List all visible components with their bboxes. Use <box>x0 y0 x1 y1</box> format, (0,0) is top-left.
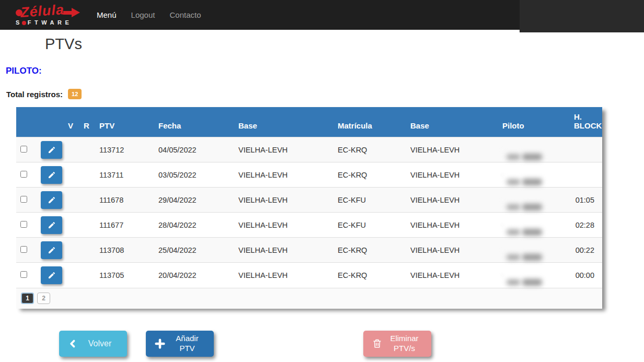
logo-brand-text: Zélula <box>20 3 65 20</box>
cell-base-llegada: VIELHA-LEVH <box>406 238 498 263</box>
volver-button[interactable]: Volver <box>59 331 127 357</box>
logo-o-dot-icon <box>22 21 26 25</box>
chevron-left-icon <box>67 338 78 349</box>
col-select <box>16 107 37 137</box>
row-select-checkbox[interactable] <box>20 146 27 153</box>
cell-base-salida: VIELHA-LEVH <box>234 137 334 162</box>
ptv-table: V R PTV Fecha Base Matrícula Base Piloto… <box>16 107 602 288</box>
logo-arrow-icon <box>72 8 80 17</box>
table-row: 113708 25/04/2022 VIELHA-LEVH EC-KRQ VIE… <box>16 238 602 263</box>
cell-fecha: 28/04/2022 <box>154 213 234 238</box>
total-registros-line: Total registros: 12 <box>6 89 644 99</box>
row-select-checkbox[interactable] <box>20 271 27 278</box>
cell-matricula: EC-KFU <box>334 213 406 238</box>
col-ptv: PTV <box>95 107 154 137</box>
cell-r <box>79 188 95 213</box>
nav-item-contacto[interactable]: Contacto <box>162 5 208 25</box>
table-header-row: V R PTV Fecha Base Matrícula Base Piloto… <box>16 107 602 137</box>
cell-matricula: EC-KFU <box>334 188 406 213</box>
cell-fecha: 25/04/2022 <box>154 238 234 263</box>
cell-r <box>79 162 95 188</box>
edit-row-button[interactable] <box>41 266 62 284</box>
table-row: 113712 04/05/2022 VIELHA-LEVH EC-KRQ VIE… <box>16 137 602 162</box>
cell-base-llegada: VIELHA-LEVH <box>406 162 498 188</box>
piloto-label: PILOTO: <box>6 66 644 76</box>
cell-h-block <box>569 162 602 188</box>
cell-r <box>79 213 95 238</box>
cell-v <box>64 213 79 238</box>
cell-ptv: 113711 <box>95 162 154 188</box>
table-row: 113711 03/05/2022 VIELHA-LEVH EC-KRQ VIE… <box>16 162 602 188</box>
cell-v <box>64 137 79 162</box>
cell-v <box>64 162 79 188</box>
cell-r <box>79 263 95 288</box>
cell-base-salida: VIELHA-LEVH <box>234 238 334 263</box>
nav-item-menu[interactable]: Menú <box>89 5 124 25</box>
top-navigation-bar: Zélula S FTWARE Menú Logout Contacto <box>0 0 644 30</box>
table-row: 113705 20/04/2022 VIELHA-LEVH EC-KRQ VIE… <box>16 263 602 288</box>
pencil-icon <box>48 221 56 229</box>
row-select-checkbox[interactable] <box>20 196 27 203</box>
cell-matricula: EC-KRQ <box>334 137 406 162</box>
cell-base-llegada: VIELHA-LEVH <box>406 137 498 162</box>
eliminar-label: EliminarPTV/s <box>383 334 426 354</box>
pencil-icon <box>48 271 56 279</box>
cell-fecha: 03/05/2022 <box>154 162 234 188</box>
ptv-table-container: V R PTV Fecha Base Matrícula Base Piloto… <box>16 107 602 309</box>
edit-row-button[interactable] <box>41 141 62 159</box>
edit-row-button[interactable] <box>41 191 62 209</box>
cell-h-block: 01:05 <box>569 188 602 213</box>
col-v: V <box>64 107 79 137</box>
pagination: 12 <box>16 288 602 309</box>
nav-item-logout[interactable]: Logout <box>124 5 163 25</box>
col-h-block: H. BLOCK <box>569 107 602 137</box>
cell-base-salida: VIELHA-LEVH <box>234 213 334 238</box>
table-row: 111678 29/04/2022 VIELHA-LEVH EC-KFU VIE… <box>16 188 602 213</box>
page-title: PTVs <box>45 36 644 53</box>
col-r: R <box>79 107 95 137</box>
total-count-badge: 12 <box>68 89 82 99</box>
total-registros-label: Total registros: <box>6 90 63 99</box>
cell-base-salida: VIELHA-LEVH <box>234 188 334 213</box>
cell-fecha: 04/05/2022 <box>154 137 234 162</box>
cell-fecha: 20/04/2022 <box>154 263 234 288</box>
cell-base-salida: VIELHA-LEVH <box>234 162 334 188</box>
col-piloto: Piloto <box>498 107 569 137</box>
logo-subtitle: S FTWARE <box>16 20 80 26</box>
volver-label: Volver <box>78 338 122 349</box>
cell-r <box>79 137 95 162</box>
row-select-checkbox[interactable] <box>20 171 27 178</box>
pencil-icon <box>48 171 56 179</box>
col-base-salida: Base <box>234 107 334 137</box>
row-select-checkbox[interactable] <box>20 246 27 253</box>
pencil-icon <box>48 196 56 204</box>
anadir-ptv-button[interactable]: AñadirPTV <box>146 331 214 357</box>
col-matricula: Matrícula <box>334 107 406 137</box>
edit-row-button[interactable] <box>41 241 62 259</box>
cell-ptv: 113705 <box>95 263 154 288</box>
cell-h-block <box>569 137 602 162</box>
page-button-1[interactable]: 1 <box>21 293 34 304</box>
cell-h-block: 00:22 <box>569 238 602 263</box>
row-select-checkbox[interactable] <box>20 221 27 228</box>
anadir-label: AñadirPTV <box>166 334 209 354</box>
cell-h-block: 02:28 <box>569 213 602 238</box>
plus-icon <box>154 338 166 349</box>
cell-ptv: 113708 <box>95 238 154 263</box>
col-base-llegada: Base <box>406 107 498 137</box>
col-edit <box>37 107 64 137</box>
eliminar-ptvs-button[interactable]: EliminarPTV/s <box>363 331 431 357</box>
cell-h-block: 00:00 <box>569 263 602 288</box>
cell-matricula: EC-KRQ <box>334 263 406 288</box>
cell-v <box>64 263 79 288</box>
page-button-2[interactable]: 2 <box>37 293 50 304</box>
cell-fecha: 29/04/2022 <box>154 188 234 213</box>
edit-row-button[interactable] <box>41 166 62 184</box>
action-buttons-row: Volver AñadirPTV EliminarPTV/s <box>59 331 644 357</box>
edit-row-button[interactable] <box>41 216 62 234</box>
zelula-logo: Zélula S FTWARE <box>16 4 80 26</box>
cell-v <box>64 188 79 213</box>
cell-base-llegada: VIELHA-LEVH <box>406 188 498 213</box>
cell-v <box>64 238 79 263</box>
table-row: 111677 28/04/2022 VIELHA-LEVH EC-KFU VIE… <box>16 213 602 238</box>
